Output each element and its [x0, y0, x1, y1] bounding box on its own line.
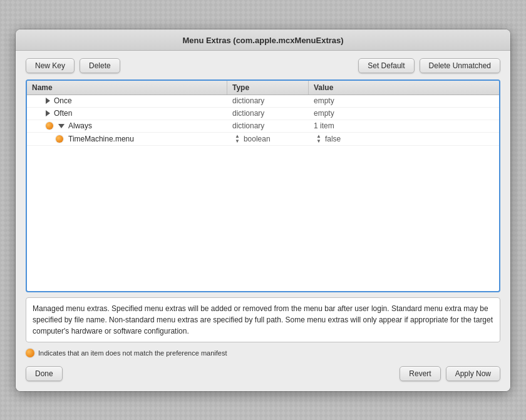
expand-icon[interactable]: [58, 124, 64, 128]
stepper-down-icon[interactable]: ▼: [316, 139, 321, 144]
table-header: Name Type Value: [27, 81, 499, 95]
row-type-col: ▲ ▼ boolean: [227, 133, 309, 145]
revert-button[interactable]: Revert: [400, 366, 440, 381]
row-value: empty: [314, 109, 334, 118]
toolbar-left: New Key Delete: [26, 58, 120, 73]
row-name-label: TimeMachine.menu: [68, 135, 134, 143]
value-stepper[interactable]: ▲ ▼: [316, 134, 321, 144]
description-text: Managed menu extras. Specified menu extr…: [33, 304, 493, 335]
type-stepper[interactable]: ▲ ▼: [235, 134, 240, 144]
row-name-col: TimeMachine.menu: [27, 133, 227, 145]
toolbar-right: Set Default Delete Unmatched: [358, 58, 500, 73]
col-type-header: Type: [227, 81, 309, 95]
window-title: Menu Extras (com.apple.mcxMenuExtras): [182, 36, 343, 45]
bottom-bar: Done Revert Apply Now: [26, 366, 500, 381]
row-value: false: [325, 135, 341, 143]
row-name-col: Once: [27, 95, 227, 107]
table-row[interactable]: TimeMachine.menu ▲ ▼ boolean ▲ ▼: [27, 133, 499, 146]
row-type-col: dictionary: [227, 108, 309, 120]
bottom-right: Revert Apply Now: [400, 366, 500, 381]
row-value: 1 item: [314, 121, 334, 130]
row-type-value: boolean: [244, 135, 271, 143]
description-box: Managed menu extras. Specified menu extr…: [26, 297, 500, 342]
table-body: Once dictionary empty Often: [27, 95, 499, 283]
table-row[interactable]: Always dictionary 1 item: [27, 120, 499, 133]
row-type-col: dictionary: [227, 120, 309, 132]
row-name-label: Once: [54, 96, 72, 105]
delete-button[interactable]: Delete: [80, 58, 120, 73]
title-bar: Menu Extras (com.apple.mcxMenuExtras): [16, 29, 510, 51]
row-type-col: dictionary: [227, 95, 309, 107]
expand-icon[interactable]: [46, 110, 50, 116]
row-value-col: 1 item: [309, 120, 499, 132]
expand-icon[interactable]: [46, 98, 50, 104]
set-default-button[interactable]: Set Default: [358, 58, 414, 73]
row-value-col: empty: [309, 95, 499, 107]
row-name-content: Once: [32, 96, 72, 105]
row-value-col: empty: [309, 108, 499, 120]
row-value-col: ▲ ▼ false: [309, 133, 499, 145]
done-button[interactable]: Done: [26, 366, 63, 381]
delete-unmatched-button[interactable]: Delete Unmatched: [420, 58, 500, 73]
row-name-col: Always: [27, 120, 227, 132]
table-row[interactable]: Often dictionary empty: [27, 108, 499, 120]
row-type-value: dictionary: [232, 109, 264, 118]
row-name-content: Often: [32, 109, 72, 118]
row-name-content: TimeMachine.menu: [32, 135, 134, 143]
manifest-indicator-icon: [26, 349, 34, 357]
row-name-label: Often: [54, 109, 72, 118]
row-name-col: Often: [27, 108, 227, 120]
row-type-value: dictionary: [232, 96, 264, 105]
row-value: empty: [314, 96, 334, 105]
mismatch-indicator: [46, 122, 53, 130]
main-window: Menu Extras (com.apple.mcxMenuExtras) Ne…: [16, 29, 510, 391]
manifest-note: Indicates that an item does not match th…: [26, 349, 500, 357]
row-name-content: Always: [32, 121, 92, 130]
toolbar: New Key Delete Set Default Delete Unmatc…: [26, 58, 500, 73]
content-area: New Key Delete Set Default Delete Unmatc…: [16, 51, 510, 391]
stepper-down-icon[interactable]: ▼: [235, 139, 240, 144]
row-type-value: dictionary: [232, 121, 264, 130]
col-name-header: Name: [27, 81, 227, 95]
col-value-header: Value: [309, 81, 499, 95]
new-key-button[interactable]: New Key: [26, 58, 75, 73]
row-name-label: Always: [68, 121, 92, 130]
data-table: Name Type Value Once: [26, 79, 500, 292]
manifest-note-text: Indicates that an item does not match th…: [38, 349, 227, 357]
apply-now-button[interactable]: Apply Now: [446, 366, 500, 381]
mismatch-indicator: [56, 135, 63, 143]
table-row[interactable]: Once dictionary empty: [27, 95, 499, 108]
